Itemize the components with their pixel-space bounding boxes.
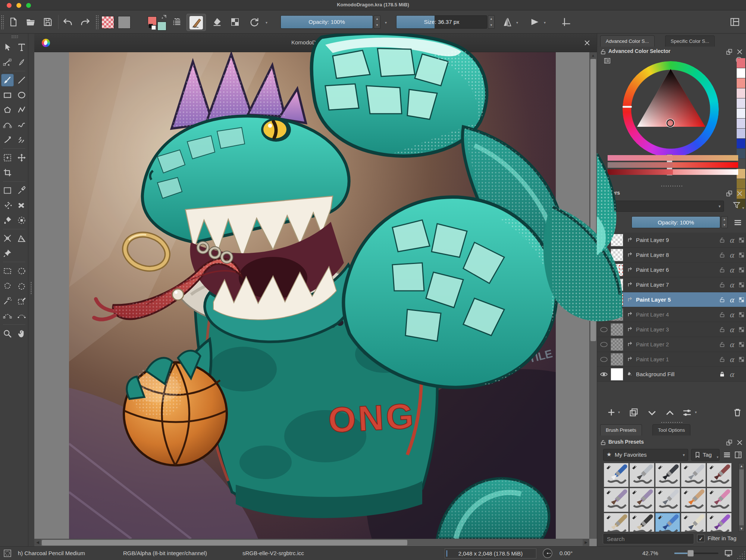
tool-assistants[interactable] bbox=[1, 232, 14, 245]
layer-hidden-icon[interactable] bbox=[597, 355, 611, 364]
canvas-rotation-dial[interactable] bbox=[542, 547, 554, 559]
eraser-mode-icon[interactable] bbox=[212, 17, 222, 27]
brush-preset-pink-pencil[interactable] bbox=[707, 488, 731, 512]
layer-row[interactable]: Paint Layer 6α bbox=[597, 262, 746, 277]
layer-thumbnail[interactable] bbox=[611, 279, 623, 291]
layer-visible-icon[interactable] bbox=[597, 295, 611, 304]
history-swatch[interactable] bbox=[737, 108, 745, 118]
tool-gradient[interactable] bbox=[1, 184, 14, 197]
layer-row[interactable]: Paint Layer 9α bbox=[597, 233, 746, 248]
splitter-handle[interactable] bbox=[30, 281, 32, 295]
shade-row[interactable] bbox=[608, 169, 738, 175]
shade-right[interactable] bbox=[673, 155, 738, 161]
layer-unlocked-icon[interactable] bbox=[717, 281, 727, 289]
horizontal-scroll-thumb[interactable] bbox=[42, 540, 407, 545]
alpha-lock-icon[interactable]: α bbox=[727, 296, 737, 304]
shade-row[interactable] bbox=[608, 155, 738, 161]
filter-in-tag-checkbox[interactable]: ✓ bbox=[697, 535, 705, 542]
tab-brush-presets[interactable]: Brush Presets bbox=[600, 424, 642, 435]
lock-docker-icon[interactable] bbox=[599, 439, 607, 446]
toolbox-drag-handle[interactable] bbox=[11, 35, 18, 38]
layer-thumbnail[interactable] bbox=[611, 338, 623, 351]
layer-menu-icon[interactable] bbox=[733, 218, 743, 227]
brush-preset-blender-brush[interactable] bbox=[630, 513, 654, 532]
brush-search-input[interactable] bbox=[603, 533, 694, 544]
open-file-icon[interactable] bbox=[25, 17, 36, 27]
tool-bezier-select[interactable] bbox=[1, 309, 14, 322]
shade-right[interactable] bbox=[673, 169, 738, 175]
tool-enclose-fill[interactable] bbox=[15, 214, 28, 227]
alpha-lock-icon[interactable]: α bbox=[727, 370, 737, 378]
layer-thumbnail[interactable] bbox=[611, 323, 623, 336]
opacity-spinner[interactable]: ▲▼ bbox=[374, 15, 380, 29]
alpha-lock-icon[interactable]: α bbox=[727, 281, 737, 289]
history-swatch[interactable] bbox=[737, 68, 745, 78]
tool-crop[interactable] bbox=[1, 166, 14, 179]
zoom-slider-thumb[interactable] bbox=[687, 550, 694, 557]
resize-grip[interactable] bbox=[737, 551, 745, 559]
brush-preset-silver-pen[interactable] bbox=[681, 463, 706, 487]
layer-thumbnail[interactable] bbox=[611, 293, 623, 306]
size-slider[interactable]: Size: 36.37 px bbox=[396, 15, 487, 29]
tool-bezier-curve[interactable] bbox=[1, 119, 14, 131]
opacity-slider[interactable]: Opacity: 100% bbox=[280, 15, 373, 29]
chevron-down-icon[interactable]: ▾ bbox=[385, 21, 387, 25]
layer-row[interactable]: Paint Layer 8α bbox=[597, 248, 746, 262]
panel-splitter[interactable] bbox=[28, 34, 34, 546]
tool-ellipse[interactable] bbox=[15, 89, 28, 101]
inherit-alpha-icon[interactable] bbox=[737, 311, 746, 318]
history-swatch[interactable] bbox=[737, 139, 745, 148]
float-docker-icon[interactable] bbox=[725, 48, 733, 56]
tool-zoom[interactable] bbox=[1, 327, 14, 340]
layer-row[interactable]: Paint Layer 5α bbox=[597, 292, 746, 307]
docker-splitter[interactable] bbox=[661, 421, 683, 424]
tool-color-sampler[interactable] bbox=[15, 184, 28, 197]
layer-visible-icon[interactable] bbox=[597, 251, 611, 259]
brush-preset-marker[interactable] bbox=[655, 488, 680, 512]
scroll-down-arrow[interactable]: ▼ bbox=[739, 526, 744, 531]
tool-fill[interactable] bbox=[1, 214, 14, 227]
lock-docker-icon[interactable] bbox=[599, 48, 607, 56]
layer-visible-icon[interactable] bbox=[597, 265, 611, 274]
shade-left[interactable] bbox=[608, 169, 673, 175]
duplicate-layer-icon[interactable] bbox=[629, 407, 639, 418]
brush-preset-purple-brush[interactable] bbox=[707, 513, 731, 532]
history-swatch[interactable] bbox=[737, 98, 745, 108]
reload-preset-icon[interactable] bbox=[249, 17, 260, 27]
selector-settings-icon[interactable] bbox=[603, 57, 611, 65]
undo-icon[interactable] bbox=[63, 17, 73, 27]
brush-preset-airbrush[interactable] bbox=[630, 463, 654, 487]
scroll-thumb[interactable] bbox=[739, 469, 744, 525]
scroll-left-arrow[interactable]: ◀ bbox=[34, 539, 41, 546]
layer-unlocked-icon[interactable] bbox=[717, 311, 727, 318]
layer-visible-icon[interactable] bbox=[597, 370, 611, 379]
fullscreen-icon[interactable] bbox=[724, 548, 733, 558]
tool-pan[interactable] bbox=[15, 327, 28, 340]
layer-thumbnail[interactable] bbox=[611, 249, 623, 261]
history-swatch[interactable] bbox=[737, 78, 745, 88]
blending-mode-dropdown[interactable]: ▾ bbox=[608, 201, 724, 212]
chevron-down-icon[interactable]: ▾ bbox=[742, 206, 744, 210]
inherit-alpha-icon[interactable] bbox=[737, 341, 746, 348]
image-dimensions[interactable]: 2,048 x 2,048 (178.5 MiB) bbox=[445, 548, 536, 559]
tool-smart-patch[interactable] bbox=[15, 199, 28, 212]
chevron-down-icon[interactable]: ▾ bbox=[544, 21, 546, 25]
brush-grid-scrollbar[interactable]: ▲ ▼ bbox=[739, 463, 745, 532]
preserve-alpha-icon[interactable] bbox=[230, 17, 240, 27]
layer-unlocked-icon[interactable] bbox=[717, 356, 727, 363]
shade-left[interactable] bbox=[608, 162, 673, 168]
gradient-chooser[interactable] bbox=[101, 16, 114, 29]
alpha-lock-icon[interactable]: α bbox=[727, 236, 737, 244]
toolbar-drag-handle[interactable] bbox=[1, 15, 4, 29]
chevron-down-icon[interactable]: ▾ bbox=[695, 410, 697, 414]
history-swatch[interactable] bbox=[737, 88, 745, 98]
layer-visible-icon[interactable] bbox=[597, 280, 611, 289]
move-layer-up-icon[interactable] bbox=[664, 407, 676, 418]
layer-unlocked-icon[interactable] bbox=[717, 326, 727, 333]
wrap-around-icon[interactable] bbox=[530, 17, 540, 27]
layer-unlocked-icon[interactable] bbox=[717, 251, 727, 259]
canvas-vertical-scrollbar[interactable]: ▲ bbox=[589, 52, 597, 539]
layer-row[interactable]: Background Fillα bbox=[597, 367, 746, 382]
docker-splitter[interactable] bbox=[661, 185, 683, 187]
scroll-up-arrow[interactable]: ▲ bbox=[590, 52, 596, 59]
